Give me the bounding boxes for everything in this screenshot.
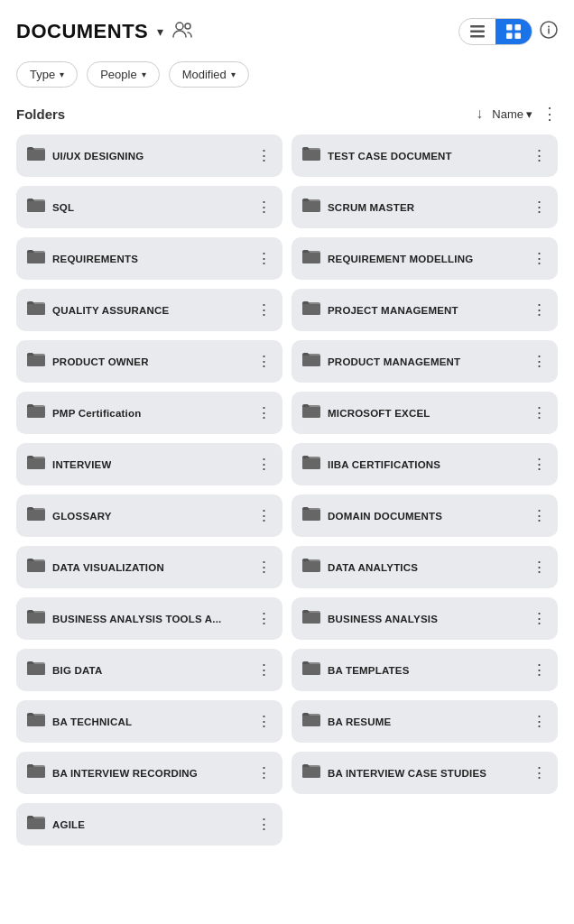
folder-item[interactable]: DATA ANALYTICS ⋮ — [292, 546, 558, 588]
folder-item[interactable]: DOMAIN DOCUMENTS ⋮ — [292, 494, 558, 537]
grid-view-button[interactable] — [495, 19, 532, 44]
folder-more-button[interactable]: ⋮ — [255, 662, 273, 678]
folder-item[interactable]: PRODUCT OWNER ⋮ — [16, 340, 282, 383]
folder-name: QUALITY ASSURANCE — [52, 305, 169, 316]
svg-rect-6 — [515, 24, 522, 31]
folder-more-button[interactable]: ⋮ — [530, 199, 549, 215]
header: DOCUMENTS ▾ — [16, 18, 558, 45]
folder-item[interactable]: BA RESUME ⋮ — [292, 700, 558, 743]
folder-name: SQL — [52, 202, 74, 213]
type-filter-button[interactable]: Type ▾ — [16, 61, 78, 88]
folder-more-button[interactable]: ⋮ — [530, 457, 549, 472]
folder-more-button[interactable]: ⋮ — [255, 765, 273, 781]
folder-more-button[interactable]: ⋮ — [255, 199, 273, 215]
name-sort-button[interactable]: Name ▾ — [492, 107, 532, 121]
folder-item[interactable]: REQUIREMENTS ⋮ — [16, 237, 282, 280]
folder-item[interactable]: BA TECHNICAL ⋮ — [16, 700, 282, 743]
folder-item[interactable]: QUALITY ASSURANCE ⋮ — [16, 289, 282, 331]
sort-direction-icon[interactable]: ↓ — [476, 106, 483, 122]
folders-controls: ↓ Name ▾ ⋮ — [476, 106, 558, 122]
folder-more-button[interactable]: ⋮ — [255, 559, 273, 575]
folder-item[interactable]: PRODUCT MANAGEMENT ⋮ — [292, 340, 558, 383]
folder-item[interactable]: BA INTERVIEW CASE STUDIES ⋮ — [292, 752, 558, 794]
folder-left: INTERVIEW — [27, 454, 255, 475]
folder-left: AGILE — [27, 814, 255, 835]
folder-name: BA RESUME — [328, 716, 391, 727]
modified-filter-button[interactable]: Modified ▾ — [169, 61, 249, 88]
folder-item[interactable]: BIG DATA ⋮ — [16, 649, 282, 691]
folder-icon — [27, 557, 45, 578]
folder-icon — [27, 454, 45, 475]
folder-more-button[interactable]: ⋮ — [255, 148, 273, 163]
folder-icon — [302, 402, 320, 423]
folder-more-button[interactable]: ⋮ — [530, 559, 549, 575]
folder-name: DOMAIN DOCUMENTS — [328, 511, 442, 522]
folder-left: UI/UX DESIGNING — [27, 145, 255, 166]
folder-item[interactable]: UI/UX DESIGNING ⋮ — [16, 134, 282, 177]
folder-item[interactable]: BA INTERVIEW RECORDING ⋮ — [16, 752, 282, 794]
people-icon[interactable] — [172, 22, 192, 42]
folder-icon — [27, 660, 45, 680]
folder-more-button[interactable]: ⋮ — [530, 611, 549, 626]
folder-more-button[interactable]: ⋮ — [255, 714, 273, 729]
people-filter-button[interactable]: People ▾ — [87, 61, 159, 88]
folder-icon — [302, 505, 320, 526]
folder-name: BA INTERVIEW CASE STUDIES — [328, 768, 486, 779]
folder-item[interactable]: BUSINESS ANALYSIS TOOLS A... ⋮ — [16, 597, 282, 640]
folder-more-button[interactable]: ⋮ — [255, 405, 273, 420]
folder-icon — [27, 145, 45, 166]
folder-more-button[interactable]: ⋮ — [255, 611, 273, 626]
folder-left: BA INTERVIEW RECORDING — [27, 762, 255, 783]
app-container: DOCUMENTS ▾ — [0, 0, 574, 924]
folder-name: PRODUCT OWNER — [52, 356, 149, 367]
folder-left: REQUIREMENTS — [27, 248, 255, 269]
folder-more-button[interactable]: ⋮ — [255, 817, 273, 832]
folder-more-button[interactable]: ⋮ — [530, 765, 549, 781]
folder-icon — [27, 248, 45, 269]
folder-name: BUSINESS ANALYSIS TOOLS A... — [52, 614, 222, 624]
folder-icon — [27, 762, 45, 783]
folder-more-button[interactable]: ⋮ — [255, 302, 273, 318]
svg-rect-3 — [470, 31, 485, 33]
folder-more-button[interactable]: ⋮ — [255, 508, 273, 523]
folder-icon — [302, 711, 320, 732]
folder-item[interactable]: AGILE ⋮ — [16, 803, 282, 845]
folder-item[interactable]: TEST CASE DOCUMENT ⋮ — [292, 134, 558, 177]
folder-item[interactable]: PROJECT MANAGEMENT ⋮ — [292, 289, 558, 331]
folder-more-button[interactable]: ⋮ — [530, 508, 549, 523]
info-button[interactable] — [540, 21, 558, 43]
list-view-button[interactable] — [459, 19, 495, 44]
folder-icon — [302, 300, 320, 320]
folder-more-button[interactable]: ⋮ — [530, 405, 549, 420]
folder-icon — [302, 660, 320, 680]
folder-item[interactable]: BUSINESS ANALYSIS ⋮ — [292, 597, 558, 640]
folder-more-button[interactable]: ⋮ — [255, 251, 273, 266]
folder-item[interactable]: PMP Certification ⋮ — [16, 392, 282, 434]
folder-more-button[interactable]: ⋮ — [530, 714, 549, 729]
folder-left: MICROSOFT EXCEL — [302, 402, 530, 423]
folder-more-button[interactable]: ⋮ — [255, 354, 273, 369]
folder-item[interactable]: MICROSOFT EXCEL ⋮ — [292, 392, 558, 434]
folder-left: SCRUM MASTER — [302, 197, 530, 217]
folders-more-button[interactable]: ⋮ — [542, 106, 558, 122]
folder-more-button[interactable]: ⋮ — [530, 662, 549, 678]
folder-name: MICROSOFT EXCEL — [328, 408, 430, 419]
folder-item[interactable]: SCRUM MASTER ⋮ — [292, 186, 558, 228]
folder-item[interactable]: DATA VISUALIZATION ⋮ — [16, 546, 282, 588]
folder-more-button[interactable]: ⋮ — [255, 457, 273, 472]
folder-more-button[interactable]: ⋮ — [530, 148, 549, 163]
folder-left: PROJECT MANAGEMENT — [302, 300, 530, 320]
folder-item[interactable]: INTERVIEW ⋮ — [16, 443, 282, 485]
title-dropdown-icon[interactable]: ▾ — [157, 24, 163, 39]
folder-item[interactable]: IIBA CERTIFICATIONS ⋮ — [292, 443, 558, 485]
svg-point-0 — [176, 23, 183, 30]
svg-rect-8 — [515, 33, 522, 40]
folder-more-button[interactable]: ⋮ — [530, 251, 549, 266]
folder-more-button[interactable]: ⋮ — [530, 354, 549, 369]
folder-more-button[interactable]: ⋮ — [530, 302, 549, 318]
folder-item[interactable]: GLOSSARY ⋮ — [16, 494, 282, 537]
type-filter-arrow: ▾ — [60, 69, 64, 79]
folder-item[interactable]: REQUIREMENT MODELLING ⋮ — [292, 237, 558, 280]
folder-item[interactable]: SQL ⋮ — [16, 186, 282, 228]
folder-item[interactable]: BA TEMPLATES ⋮ — [292, 649, 558, 691]
